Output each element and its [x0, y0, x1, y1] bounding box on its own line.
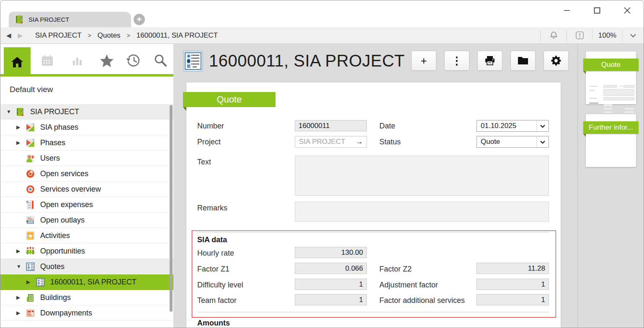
nav-history-button[interactable] [125, 53, 142, 68]
nav-underline [0, 74, 173, 77]
difficulty-level-input[interactable] [295, 279, 367, 290]
breadcrumb: SIA PROJECT > Quotes > 16000011, SIA PRO… [35, 31, 218, 40]
open-outlays-icon [26, 215, 36, 225]
breadcrumb-item-quotes[interactable]: Quotes [98, 31, 121, 40]
print-button[interactable] [477, 51, 502, 71]
breadcrumb-item-project[interactable]: SIA PROJECT [35, 31, 82, 40]
thumbnail-tab-quote[interactable]: Quote [583, 59, 639, 71]
date-dropdown-button[interactable] [536, 120, 549, 131]
tree-item-quotes[interactable]: ▼ Quotes [0, 259, 173, 274]
status-dropdown-button[interactable] [536, 136, 549, 147]
tree-item-sia-phases[interactable]: ▶ SIA phases [0, 120, 173, 135]
collapse-icon[interactable]: ▼ [6, 109, 15, 115]
tree-item-label: Open services [40, 169, 88, 178]
tree-item-downpayments[interactable]: ▶ Downpayments [0, 305, 173, 321]
section-tab-quote[interactable]: Quote [183, 92, 276, 107]
expand-icon[interactable]: ▶ [26, 279, 36, 285]
tree-item-open-outlays[interactable]: Open outlays [0, 213, 173, 228]
tree-item-buildings[interactable]: ▶ Buildings [0, 290, 173, 305]
breadcrumb-item-quote[interactable]: 16000011, SIA PROJECT [137, 31, 218, 40]
tree-item-open-expenses[interactable]: Open expenses [0, 197, 173, 213]
factor-z2-input[interactable] [477, 263, 549, 274]
text-textarea[interactable] [295, 156, 549, 196]
expand-icon[interactable]: ▶ [16, 310, 26, 316]
tree-scrollbar[interactable] [170, 105, 173, 312]
nav-search-button[interactable] [152, 53, 169, 68]
title-bar: SIA PROJECT + [0, 0, 644, 27]
tree-item-users[interactable]: Users [0, 151, 173, 166]
breadcrumb-right-tools: 100% [540, 27, 644, 44]
forward-button[interactable]: ▶ [18, 32, 23, 39]
chevron-down-icon [630, 33, 636, 38]
content-region: Default view ▼ SIA PROJECT ▶ [0, 44, 644, 328]
nav-calendar-button[interactable] [39, 53, 56, 68]
expand-icon[interactable]: ▶ [16, 248, 26, 254]
opportunities-icon [26, 246, 36, 256]
tree-item-label: Phases [40, 138, 65, 147]
settings-button[interactable] [544, 51, 569, 71]
nav-favorites-button[interactable] [98, 53, 115, 68]
tree-item-activities[interactable]: Activities [0, 228, 173, 243]
detail-panel: Quote Number Date 01.10.2025 Project SIA… [186, 82, 561, 328]
number-input[interactable] [295, 120, 367, 131]
tree-item-label: SIA PROJECT [30, 108, 79, 116]
project-value: SIA PROJECT [295, 138, 356, 146]
notifications-button[interactable] [540, 30, 567, 41]
ribbon-fold [583, 71, 586, 74]
expand-icon[interactable]: ▶ [16, 140, 26, 146]
factor-additional-services-input[interactable] [477, 294, 549, 305]
view-label: Default view [10, 85, 53, 94]
project-field[interactable]: SIA PROJECT → [295, 136, 367, 148]
ribbon-fold [583, 134, 586, 137]
tree-item-label: Users [40, 154, 60, 163]
chevron-down-icon [540, 124, 546, 128]
collapse-icon[interactable]: ▼ [16, 264, 26, 269]
nav-chart-button[interactable] [69, 53, 86, 68]
factor-z1-input[interactable] [295, 263, 367, 274]
tree-item-label: Buildings [40, 293, 71, 302]
quote-doc-icon [26, 261, 36, 272]
adjustment-factor-input[interactable] [477, 279, 549, 290]
gear-icon [551, 55, 562, 66]
tab-title: SIA PROJECT [28, 16, 70, 23]
more-actions-button[interactable]: ⋮ [444, 51, 469, 71]
close-button[interactable] [622, 5, 633, 16]
new-tab-button[interactable]: + [134, 14, 145, 25]
tree-item-open-services[interactable]: Open services [0, 166, 173, 182]
hourly-rate-input[interactable] [295, 247, 367, 258]
quote-header-icon [183, 51, 203, 72]
nav-home-tab[interactable] [4, 47, 31, 77]
tree-item-sia-project[interactable]: ▼ SIA PROJECT [0, 104, 173, 120]
team-factor-input[interactable] [295, 294, 367, 305]
goto-project-arrow-icon[interactable]: → [356, 138, 366, 146]
adjustment-factor-label: Adjustment factor [379, 281, 438, 290]
phase-icon [26, 122, 36, 132]
open-expenses-icon [26, 200, 36, 210]
tree-item-phases[interactable]: ▶ Phases [0, 135, 173, 151]
kebab-menu-icon: ⋮ [451, 54, 462, 67]
section-tab-label: Quote [217, 94, 242, 105]
expand-icon[interactable]: ▶ [16, 295, 26, 300]
minimize-button[interactable] [562, 5, 572, 16]
status-select[interactable]: Quote [477, 136, 549, 148]
breadcrumb-separator: > [127, 32, 130, 39]
thumbnail-tab-further-info[interactable]: Further infor... [583, 121, 639, 134]
date-select[interactable]: 01.10.2025 [477, 120, 549, 132]
document-tab[interactable]: SIA PROJECT [9, 12, 131, 27]
amounts-heading: Amounts [197, 319, 230, 328]
folder-button[interactable] [510, 51, 536, 71]
tree-item-quote-16000011[interactable]: ▶ 16000011, SIA PROJECT [0, 274, 173, 290]
remarks-textarea[interactable] [295, 202, 549, 222]
alerts-button[interactable] [567, 30, 592, 41]
expand-icon[interactable]: ▶ [16, 124, 26, 130]
zoom-level[interactable]: 100% [592, 30, 622, 41]
back-button[interactable]: ◀ [6, 32, 11, 39]
maximize-button[interactable] [592, 5, 603, 16]
text-label: Text [197, 158, 211, 167]
tree-item-label: 16000011, SIA PROJECT [50, 278, 137, 287]
add-button[interactable]: + [411, 51, 436, 71]
toolbar-expand-button[interactable] [622, 30, 644, 41]
tree-item-label: Open outlays [40, 216, 85, 225]
tree-item-services-overview[interactable]: Services overview [0, 182, 173, 197]
tree-item-opportunities[interactable]: ▶ Opportunities [0, 243, 173, 259]
